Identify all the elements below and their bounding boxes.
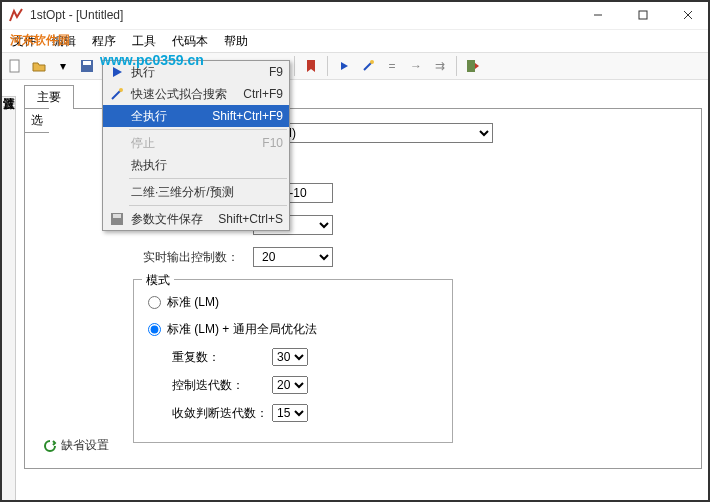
menu-item-shortcut: Ctrl+F9: [243, 87, 283, 101]
menu-tools[interactable]: 工具: [124, 31, 164, 52]
svg-rect-1: [639, 11, 647, 19]
menu-item-label: 停止: [131, 135, 155, 152]
double-arrow-button[interactable]: ⇉: [429, 55, 451, 77]
mode-std-radio[interactable]: [148, 296, 161, 309]
menu-item-label: 快速公式拟合搜索: [131, 86, 227, 103]
default-settings-label: 缺省设置: [61, 437, 109, 454]
menu-item-shortcut: F9: [269, 65, 283, 79]
menu-item-label: 全执行: [131, 108, 167, 125]
output-label: 实时输出控制数：: [143, 249, 253, 266]
menu-codebook[interactable]: 代码本: [164, 31, 216, 52]
play-button[interactable]: [333, 55, 355, 77]
conv-iter-label: 收敛判断迭代数：: [172, 405, 272, 422]
open-button[interactable]: [28, 55, 50, 77]
arrow-button[interactable]: →: [405, 55, 427, 77]
svg-rect-13: [113, 214, 121, 218]
exit-button[interactable]: [462, 55, 484, 77]
menu-item-label: 执行: [131, 64, 155, 81]
menu-item-shortcut: Shift+Ctrl+F9: [212, 109, 283, 123]
tab-algorithm-settings[interactable]: 算法设置: [0, 80, 17, 97]
menu-file[interactable]: 文件: [4, 31, 44, 52]
app-icon: [8, 7, 24, 23]
repeat-select[interactable]: 30: [272, 348, 308, 366]
svg-rect-6: [83, 61, 91, 65]
menu-edit[interactable]: 编辑: [44, 31, 84, 52]
wand-button[interactable]: [357, 55, 379, 77]
sidebar-tabs: 算法设置: [0, 80, 16, 502]
minimize-button[interactable]: [575, 0, 620, 30]
svg-point-8: [370, 60, 374, 64]
window-title: 1stOpt - [Untitled]: [30, 8, 575, 22]
svg-rect-4: [10, 60, 19, 72]
mode-groupbox: 模式 标准 (LM) 标准 (LM) + 通用全局优化法 重复数： 30 控制迭…: [133, 279, 453, 443]
maximize-button[interactable]: [620, 0, 665, 30]
svg-point-11: [119, 88, 123, 92]
default-settings-link[interactable]: 缺省设置: [43, 437, 109, 454]
menu-item-label: 二维·三维分析/预测: [131, 184, 234, 201]
menu-hot-execute[interactable]: 热执行: [103, 154, 289, 176]
program-menu: 执行 F9 快速公式拟合搜索 Ctrl+F9 全执行 Shift+Ctrl+F9…: [102, 60, 290, 231]
title-bar: 1stOpt - [Untitled]: [0, 0, 710, 30]
menu-2d3d-analysis[interactable]: 二维·三维分析/预测: [103, 181, 289, 203]
mode-global-label: 标准 (LM) + 通用全局优化法: [167, 321, 317, 338]
mode-legend: 模式: [142, 272, 174, 289]
menu-execute-all[interactable]: 全执行 Shift+Ctrl+F9: [103, 105, 289, 127]
menu-help[interactable]: 帮助: [216, 31, 256, 52]
play-icon: [109, 64, 125, 80]
ctrl-iter-select[interactable]: 20: [272, 376, 308, 394]
menu-save-params[interactable]: 参数文件保存 Shift+Ctrl+S: [103, 208, 289, 230]
menu-bar: 文件 编辑 程序 工具 代码本 帮助: [0, 30, 710, 52]
wand-icon: [109, 86, 125, 102]
repeat-label: 重复数：: [172, 349, 272, 366]
svg-rect-9: [467, 60, 475, 72]
menu-execute[interactable]: 执行 F9: [103, 61, 289, 83]
menu-item-label: 热执行: [131, 157, 167, 174]
equals-button[interactable]: =: [381, 55, 403, 77]
close-button[interactable]: [665, 0, 710, 30]
menu-item-shortcut: F10: [262, 136, 283, 150]
menu-quick-fit[interactable]: 快速公式拟合搜索 Ctrl+F9: [103, 83, 289, 105]
tab-main[interactable]: 主要: [24, 85, 74, 109]
save-button[interactable]: [76, 55, 98, 77]
menu-stop: 停止 F10: [103, 132, 289, 154]
menu-item-shortcut: Shift+Ctrl+S: [218, 212, 283, 226]
conv-iter-select[interactable]: 15: [272, 404, 308, 422]
menu-program[interactable]: 程序: [84, 31, 124, 52]
refresh-icon: [43, 439, 57, 453]
save-icon: [109, 211, 125, 227]
mode-global-radio[interactable]: [148, 323, 161, 336]
menu-item-label: 参数文件保存: [131, 211, 203, 228]
dropdown-arrow[interactable]: ▾: [52, 55, 74, 77]
mode-std-label: 标准 (LM): [167, 294, 219, 311]
bookmark-button[interactable]: [300, 55, 322, 77]
output-select[interactable]: 20: [253, 247, 333, 267]
new-button[interactable]: [4, 55, 26, 77]
ctrl-iter-label: 控制迭代数：: [172, 377, 272, 394]
